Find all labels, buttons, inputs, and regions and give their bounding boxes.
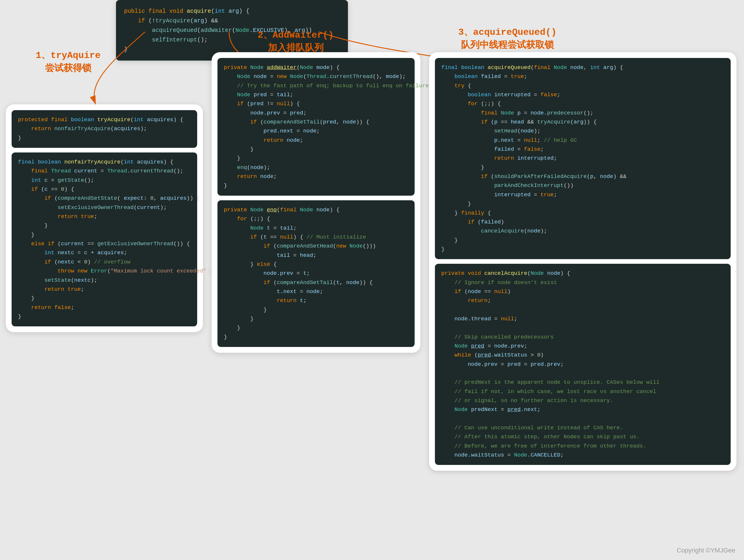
enq-block: private Node enq(final Node node) { for … — [218, 200, 415, 347]
try-acquire-block: protected final boolean tryAcquire(int a… — [11, 110, 197, 148]
annotation-2: 2、AddWaiter() 加入排队队列 — [238, 29, 354, 55]
nonfair-try-acquire-block: final boolean nonfairTryAcquire(int acqu… — [11, 152, 197, 326]
annotation-1-line2: 尝试获得锁 — [17, 62, 119, 75]
cancel-acquire-block: private void cancelAcquire(Node node) { … — [435, 264, 731, 465]
annotation-1-line1: 1、tryAquire — [17, 49, 119, 62]
acquire-queued-block: final boolean acquireQueued(final Node n… — [435, 58, 731, 259]
panel-center: private Node addWaiter(Node mode) { Node… — [212, 52, 420, 353]
annotation-3: 3、acquireQueued() 队列中线程尝试获取锁 — [441, 26, 574, 52]
panel-left: protected final boolean tryAcquire(int a… — [6, 104, 203, 332]
panel-right: final boolean acquireQueued(final Node n… — [429, 52, 737, 471]
annotation-3-line1: 3、acquireQueued() — [441, 26, 574, 39]
annotation-2-line1: 2、AddWaiter() — [238, 29, 354, 42]
watermark: Copyright ©YMJGee — [677, 547, 735, 554]
annotation-1: 1、tryAquire 尝试获得锁 — [17, 49, 119, 75]
main-container: public final void acquire(int arg) { if … — [0, 0, 744, 560]
annotation-3-line2: 队列中线程尝试获取锁 — [441, 39, 574, 52]
add-waiter-block: private Node addWaiter(Node mode) { Node… — [218, 58, 415, 196]
